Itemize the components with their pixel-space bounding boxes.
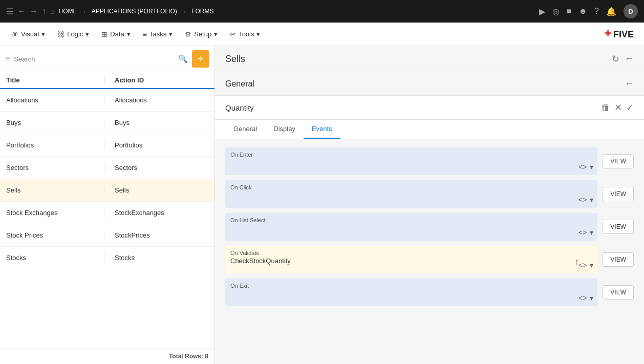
view-button-on_list_select[interactable]: VIEW	[603, 220, 634, 234]
event-controls-on_list_select: <> ▾	[578, 228, 593, 237]
search-input[interactable]	[14, 55, 174, 63]
chevron-icon-on_validate[interactable]: ▾	[590, 261, 593, 269]
chevron-icon-on_click[interactable]: ▾	[590, 196, 593, 204]
cell-divider	[104, 119, 104, 126]
event-controls-on_click: <> ▾	[578, 196, 593, 204]
table-row[interactable]: Stock Prices StockPrices	[0, 224, 214, 247]
code-icon-on_click[interactable]: <>	[578, 196, 587, 204]
menu-visual[interactable]: 👁 Visual ▾	[6, 27, 50, 41]
event-label-on_validate: On Validate	[230, 250, 592, 256]
table-row[interactable]: Allocations Allocations	[0, 89, 214, 112]
svg-text:FIVE: FIVE	[613, 29, 634, 39]
tab-general[interactable]: General	[225, 120, 265, 139]
code-icon-on_enter[interactable]: <>	[578, 163, 587, 171]
event-box-on_list_select: On List Select <> ▾	[225, 213, 597, 241]
cell-title: Buys	[6, 119, 100, 126]
breadcrumb-home[interactable]: HOME	[58, 8, 77, 15]
event-row: On Enter <> ▾ VIEW	[225, 147, 634, 175]
table-row[interactable]: Sectors Sectors	[0, 157, 214, 179]
col-action-header: Action ID	[109, 76, 208, 84]
table-row[interactable]: Portfolios Portfolios	[0, 134, 214, 157]
up-icon[interactable]: ↑	[42, 7, 46, 16]
right-panel-header: Sells ↻ ←	[215, 46, 644, 72]
menu-data-label: Data	[110, 30, 124, 38]
table-row[interactable]: Stocks Stocks	[0, 247, 214, 269]
close-icon[interactable]: ✕	[614, 102, 622, 113]
menu-tasks[interactable]: ≡ Tasks ▾	[138, 27, 178, 41]
left-panel: ≡ 🔍 + Title Action ID Allocations Alloca…	[0, 46, 215, 364]
back-icon[interactable]: ←	[17, 7, 26, 16]
refresh-icon[interactable]: ↻	[612, 53, 619, 65]
menu-tools-label: Tools	[239, 30, 254, 38]
search-bar: ≡ 🔍 +	[0, 46, 214, 72]
right-panel-title: Sells	[225, 54, 245, 65]
five-logo: ✦ FIVE	[602, 27, 638, 41]
view-button-on_click[interactable]: VIEW	[603, 187, 634, 201]
avatar[interactable]: D	[624, 4, 638, 18]
code-icon-on_list_select[interactable]: <>	[578, 228, 587, 237]
event-label-on_click: On Click	[230, 184, 592, 190]
menu-bar: 👁 Visual ▾ ⛓ Logic ▾ ⊞ Data ▾ ≡ Tasks ▾ …	[0, 23, 644, 46]
general-section-title: General	[225, 79, 254, 89]
table-row[interactable]: Buys Buys	[0, 112, 214, 134]
cell-action: Stocks	[109, 254, 208, 262]
chevron-icon-on_list_select[interactable]: ▾	[590, 228, 593, 237]
play-icon[interactable]: ▶	[539, 7, 545, 16]
general-back-icon[interactable]: ←	[625, 78, 634, 89]
quantity-header: Quantity 🗑 ✕ ✓	[215, 95, 644, 120]
data-icon: ⊞	[101, 30, 108, 38]
breadcrumb-apps[interactable]: APPLICATIONS (PORTFOLIO)	[92, 8, 177, 15]
help-icon[interactable]: ?	[594, 7, 599, 16]
cell-title: Sells	[6, 186, 100, 194]
delete-icon[interactable]: 🗑	[601, 102, 610, 113]
home-icon[interactable]: ⌂	[50, 7, 54, 15]
check-icon[interactable]: ✓	[626, 102, 634, 113]
menu-data[interactable]: ⊞ Data ▾	[96, 27, 135, 41]
table-row[interactable]: Stock Exchanges StockExchanges	[0, 202, 214, 224]
chevron-icon-on_enter[interactable]: ▾	[590, 163, 593, 171]
tab-events[interactable]: Events	[304, 120, 340, 139]
cell-title: Sectors	[6, 164, 100, 172]
menu-tools[interactable]: ✂ Tools ▾	[225, 27, 265, 41]
menu-visual-label: Visual	[21, 30, 39, 38]
search-magnifier-icon[interactable]: 🔍	[178, 54, 188, 63]
event-row: On Click <> ▾ VIEW	[225, 180, 634, 208]
right-panel: Sells ↻ ← General ← Quantity 🗑 ✕ ✓ Gener…	[215, 46, 644, 364]
tools-icon: ✂	[230, 30, 236, 38]
col-divider	[104, 76, 104, 84]
event-row: On Exit <> ▾ VIEW	[225, 279, 634, 306]
event-controls-on_enter: <> ▾	[578, 163, 593, 171]
breadcrumb-forms[interactable]: FORMS	[191, 8, 213, 15]
menu-setup[interactable]: ⚙ Setup ▾	[180, 27, 223, 41]
cell-title: Allocations	[6, 96, 100, 104]
red-arrow-icon: ↑	[574, 256, 579, 267]
view-button-on_exit[interactable]: VIEW	[603, 285, 634, 299]
general-section-header: General ←	[215, 72, 644, 95]
chevron-icon-on_exit[interactable]: ▾	[590, 294, 593, 302]
tasks-arrow: ▾	[169, 30, 173, 38]
back-arrow-icon[interactable]: ←	[625, 53, 634, 65]
cell-action: StockExchanges	[109, 209, 208, 217]
view-button-on_enter[interactable]: VIEW	[603, 154, 634, 168]
code-icon-on_exit[interactable]: <>	[578, 294, 587, 302]
tools-arrow: ▾	[256, 30, 260, 38]
svg-text:✦: ✦	[603, 27, 612, 40]
stop-icon[interactable]: ■	[567, 7, 572, 16]
add-button[interactable]: +	[192, 50, 209, 68]
setup-icon: ⚙	[185, 30, 191, 38]
code-icon-on_validate[interactable]: <>	[578, 261, 587, 269]
forward-icon[interactable]: →	[30, 7, 38, 16]
cell-action: Allocations	[109, 96, 208, 104]
table-row[interactable]: Sells Sells	[0, 179, 214, 202]
cell-divider	[104, 231, 104, 239]
menu-logic[interactable]: ⛓ Logic ▾	[52, 27, 94, 41]
notification-icon[interactable]: 🔔	[606, 7, 616, 16]
menu-setup-label: Setup	[194, 30, 211, 38]
menu-icon[interactable]: ☰	[6, 7, 13, 16]
cell-divider	[104, 96, 104, 104]
robot-icon[interactable]: ☻	[578, 7, 587, 16]
tab-display[interactable]: Display	[265, 120, 304, 139]
view-button-on_validate[interactable]: VIEW	[603, 252, 634, 267]
search-icon[interactable]: ◎	[552, 7, 560, 16]
event-controls-on_validate: ↑ <> ▾	[578, 261, 593, 269]
